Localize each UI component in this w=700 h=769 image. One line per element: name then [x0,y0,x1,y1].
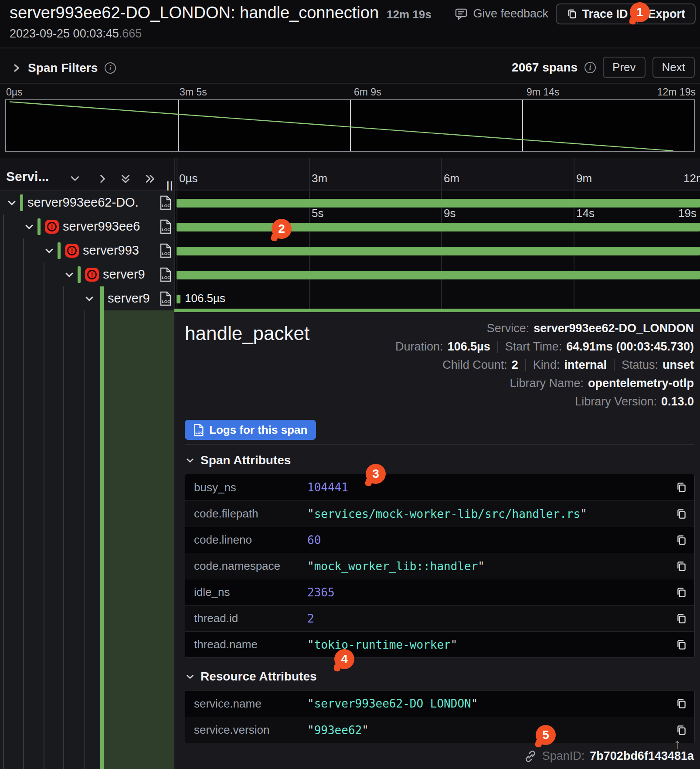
copy-icon[interactable] [675,534,687,546]
prev-button[interactable]: Prev [603,57,645,78]
chevron-down-icon[interactable] [85,294,94,303]
span-id-footer: SpanID: 7b702bd6f143481a [524,749,694,763]
error-icon: ! [45,220,59,234]
span-name: handle_packet [185,323,309,344]
panel-divider [174,158,175,310]
annotation-badge-3: 3 [366,464,386,484]
copy-icon[interactable] [675,612,687,625]
copy-icon[interactable] [675,481,687,493]
timeline-subtick: 19s [678,207,697,220]
span-tree-row[interactable]: ! server9 LOG [0,262,174,286]
timeline-gridline [574,158,574,310]
span-bar[interactable] [177,199,700,208]
svg-text:LOG: LOG [162,299,171,304]
copy-icon[interactable] [675,560,687,572]
double-chevron-right-icon[interactable] [145,174,156,184]
status-value: unset [663,358,694,372]
selected-span-band-edge [100,286,104,769]
top-header: server993ee62-DO_LONDON: handle_connecti… [0,0,700,48]
log-icon[interactable]: LOG [160,219,172,234]
span-meta: Service:server993ee62-DO_LONDON Duration… [395,322,694,413]
attribute-row: busy_ns 104441 [185,474,694,500]
tree-guide-line [23,238,24,769]
chevron-down-icon[interactable] [44,246,54,255]
attribute-value: 2365 [307,586,675,599]
span-count: 2067 spans [512,61,578,75]
attribute-value: "993ee62" [307,724,675,737]
chevron-down-icon[interactable] [24,222,34,231]
trace-minimap[interactable] [5,99,695,152]
feedback-chat-icon [455,7,468,20]
give-feedback-button[interactable]: Give feedback [455,7,548,20]
attribute-row: thread.id 2 [185,605,694,631]
span-bar[interactable] [177,247,700,255]
annotation-badge-2: 2 [272,219,292,239]
span-attributes-table: busy_ns 104441 code.filepath "services/m… [185,474,695,658]
service-color-bar [58,242,61,259]
annotation-badge-5: 5 [536,725,556,745]
service-color-bar [78,266,81,283]
minimap-tick: 3m 5s [180,86,207,98]
column-resize-handle[interactable]: || [167,180,173,191]
timeline-gridline [309,158,310,310]
svg-text:LOG: LOG [162,227,171,232]
copy-icon[interactable] [675,724,687,736]
span-detail-panel: handle_packet Service:server993ee62-DO_L… [174,312,700,769]
span-filters-toggle[interactable]: Span Filters i [12,61,116,75]
copy-icon[interactable] [675,639,687,651]
selected-span-duration: 106.5µs [185,292,225,305]
log-icon[interactable]: LOG [160,291,172,306]
log-icon[interactable]: LOG [160,195,172,210]
selected-span-band [104,310,174,769]
copy-icon[interactable] [675,508,687,520]
resource-attributes-header[interactable]: Resource Attributes [186,670,317,684]
resource-attributes-table: service.name "server993ee62-DO_LONDON" s… [185,690,695,743]
attribute-value: "mock_worker_lib::handler" [307,560,675,573]
span-tree-row[interactable]: ! server993ee6 LOG [0,214,174,238]
trace-viewer: server993ee62-DO_LONDON: handle_connecti… [0,0,700,769]
log-icon[interactable]: LOG [160,243,172,258]
span-bar[interactable] [177,223,700,231]
copy-icon [566,8,578,20]
attribute-row: service.version "993ee62" [185,717,694,743]
span-tree-row[interactable]: server993ee62-DO. LOG [0,191,174,214]
minimap-tick: 0µs [6,86,23,98]
chevron-down-icon [186,672,194,681]
copy-icon[interactable] [675,698,687,710]
chevron-right-icon[interactable] [98,174,108,184]
scroll-top-arrow[interactable]: ↑ [674,736,681,752]
copy-icon[interactable] [675,586,687,599]
service-color-bar [37,218,41,235]
minimap-trend-line [6,100,694,151]
chevron-down-icon[interactable] [65,270,74,279]
timeline-tick: 6m [444,172,459,185]
page-title: server993ee62-DO_LONDON: handle_connecti… [10,3,379,22]
logs-for-span-button[interactable]: LOG Logs for this span [185,420,316,440]
chevron-right-icon [12,63,21,73]
library-name-value: opentelemetry-otlp [588,377,694,390]
timeline-subtick: 9s [444,207,455,220]
trace-id-button[interactable]: Trace ID [557,4,637,24]
error-icon: ! [85,268,99,282]
next-button[interactable]: Next [652,57,695,78]
span-bar[interactable] [177,271,700,279]
error-icon: ! [65,244,79,258]
timeline-gridline [177,158,177,310]
link-icon[interactable] [524,750,537,763]
log-icon[interactable]: LOG [160,267,172,282]
span-attributes-header[interactable]: Span Attributes [186,453,291,467]
tree-guide-line [44,262,44,769]
attribute-row: code.filepath "services/mock-worker-lib/… [185,500,694,527]
start-time-value: 64.91ms (00:03:45.730) [566,340,694,354]
selected-span-bar[interactable] [177,295,180,303]
span-tree-row-selected[interactable]: server9 LOG [0,286,174,310]
chevron-down-icon[interactable] [7,198,17,208]
chevron-down-icon [186,456,194,465]
span-tree-row[interactable]: ! server993 LOG [0,238,174,262]
chevron-down-icon[interactable] [70,174,80,184]
attribute-row: service.name "server993ee62-DO_LONDON" [185,691,694,717]
trace-actions: Trace ID Export [556,3,696,24]
tree-guide-line [63,286,64,769]
detail-panel-accent [174,309,700,312]
double-chevron-down-icon[interactable] [120,174,131,185]
